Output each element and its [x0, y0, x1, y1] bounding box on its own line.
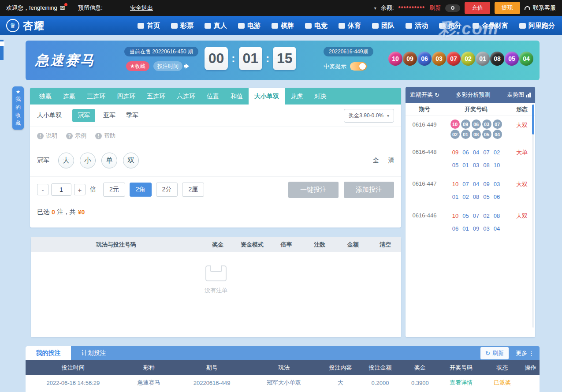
view-details-link[interactable]: 查看详情 [439, 379, 483, 387]
brand-name: 杏耀 [23, 19, 45, 33]
result-ball: 02 [461, 52, 475, 66]
customer-service-button[interactable]: 联系客服 [525, 4, 556, 12]
history-refresh-button[interactable]: ↻ 刷新 [480, 347, 509, 359]
win-tip: 中奖提示 [324, 62, 367, 71]
denom-2yuan[interactable]: 2元 [103, 183, 125, 197]
header-clear-all[interactable]: 清空 [370, 241, 401, 249]
tab-weizhi[interactable]: 位置 [201, 88, 225, 105]
welcome-text: 欢迎您，fengfeining [6, 4, 57, 12]
example-link[interactable]: ? 示例 [66, 132, 86, 140]
multiplier-plus-button[interactable]: + [74, 184, 86, 195]
chess-icon [272, 23, 278, 29]
result-ball: 05 [505, 52, 519, 66]
denom-2jiao[interactable]: 2角 [130, 183, 152, 197]
play-tabs: 独赢 连赢 三连环 四连环 五连环 六连环 位置 和值 大小单双 龙虎 对决 [30, 88, 401, 105]
bet-option-odd[interactable]: 单 [101, 153, 117, 168]
denom-2li[interactable]: 2厘 [182, 183, 204, 197]
bet-options-row: 冠军 大 小 单 双 全 清 [30, 145, 401, 176]
subtab-yajun[interactable]: 亚军 [103, 112, 115, 119]
tab-duying[interactable]: 独赢 [33, 88, 57, 105]
nav-item-lottery[interactable]: 彩票 [171, 22, 194, 30]
clear-link[interactable]: 清 [388, 157, 394, 164]
subtab-guanjun[interactable]: 冠军 [72, 109, 95, 122]
my-favorites-tab[interactable]: ★ 我 的 收 藏 [12, 86, 24, 130]
recent-scrollbar[interactable] [532, 105, 534, 328]
countdown-clock: 00 : 01 : 15 [205, 47, 296, 70]
odds-select[interactable]: 奖金3.90-0.0% ▾ [344, 109, 394, 123]
withdraw-button[interactable]: 提现 [495, 2, 520, 14]
bet-time-badge[interactable]: 投注时间 [153, 61, 182, 71]
denom-2fen[interactable]: 2分 [156, 183, 178, 197]
speaker-icon[interactable] [184, 63, 191, 69]
home-icon [138, 23, 144, 29]
instructions-link[interactable]: ! 说明 [37, 132, 57, 140]
multiplier-input[interactable] [51, 183, 71, 196]
quick-bet-button[interactable]: 一键投注 [288, 182, 339, 198]
main-nav: ♛ 杏耀 首页 彩票 真人 电游 棋牌 电竞 体育 团队 活动 跑分 金鼎财富 … [0, 16, 562, 35]
subtab-daxiaodanshuang[interactable]: 大小单双 [37, 112, 62, 119]
scrollbar-thumb[interactable] [532, 105, 534, 134]
tab-liulianhuan[interactable]: 六连环 [171, 88, 201, 105]
help-link[interactable]: ! 帮助 [95, 132, 115, 140]
win-tip-toggle[interactable] [350, 62, 367, 71]
mini-ball: 09 [461, 119, 470, 129]
tab-recent-draws[interactable]: 近期开奖 ↻ [410, 91, 439, 99]
nav-item-slots[interactable]: 电游 [238, 22, 261, 30]
multiplier-minus-button[interactable]: - [37, 184, 48, 195]
analysis-label: 多彩分析预测 [456, 91, 490, 99]
logout-link[interactable]: 安全退出 [130, 4, 153, 12]
nav-item-wealth[interactable]: 金鼎财富 [473, 22, 508, 30]
bet-row-label: 冠军 [37, 157, 58, 164]
nav-item-ali-paofen[interactable]: 阿里跑分 [519, 22, 555, 30]
select-all-link[interactable]: 全 [373, 157, 379, 164]
nav-item-home[interactable]: 首页 [138, 22, 160, 30]
nav-item-sports[interactable]: 体育 [339, 22, 361, 30]
tab-plan-bets[interactable]: 计划投注 [71, 346, 116, 360]
brand-logo-link[interactable]: ♛ 杏耀 [6, 19, 45, 33]
favorites-char: 我 [15, 96, 21, 103]
balance-visibility-toggle[interactable] [445, 4, 460, 12]
tab-daxiaodanshuang[interactable]: 大小单双 [249, 88, 285, 105]
nav-item-esports[interactable]: 电竞 [305, 22, 328, 30]
more-button[interactable]: 更多 ⋮ [516, 349, 534, 357]
mini-ball: 08 [472, 130, 481, 139]
tab-wulianhuan[interactable]: 五连环 [141, 88, 171, 105]
nav-item-chess[interactable]: 棋牌 [272, 22, 294, 30]
page: 欢迎您，fengfeining ✉ 预留信息: 安全退出 ▾ 余额: *****… [0, 0, 562, 392]
add-bet-button[interactable]: 添加投注 [344, 182, 394, 198]
draw-numbers: 10 09 06 03 07 02 01 08 05 04 [443, 119, 509, 140]
result-ball: 03 [432, 52, 446, 66]
balance-refresh-link[interactable]: 刷新 [429, 4, 441, 12]
mini-ball: 05 [482, 130, 491, 139]
refresh-icon[interactable]: ↻ [435, 92, 439, 98]
tab-lianying[interactable]: 连赢 [57, 88, 81, 105]
nav-item-live[interactable]: 真人 [205, 22, 227, 30]
bet-option-big[interactable]: 大 [58, 153, 74, 168]
recent-draws-panel: 近期开奖 ↻ 多彩分析预测 走势图 期号 开奖号码 形态 0616-449 10… [406, 87, 535, 337]
tab-silianhuan[interactable]: 四连环 [111, 88, 141, 105]
balance-caret-icon[interactable]: ▾ [374, 6, 376, 11]
nav-item-team[interactable]: 团队 [372, 22, 395, 30]
subtab-jijun[interactable]: 季军 [126, 112, 138, 119]
bet-option-even[interactable]: 双 [123, 153, 139, 168]
nav-item-paofen[interactable]: 跑分 [439, 22, 462, 30]
tab-duijue[interactable]: 对决 [309, 88, 332, 105]
tab-hezhi[interactable]: 和值 [225, 88, 249, 105]
favorite-badge-button[interactable]: ★收藏 [126, 61, 149, 71]
cell-amount: 0.2000 [360, 380, 401, 386]
tab-trend-chart[interactable]: 走势图 [507, 91, 531, 99]
selected-mid: 注，共 [57, 208, 76, 216]
nav-item-activity[interactable]: 活动 [406, 22, 428, 30]
tab-analysis-forecast[interactable]: 多彩分析预测 [456, 91, 490, 99]
bet-option-small[interactable]: 小 [80, 153, 96, 168]
table-row: 2022-06-16 14:56:29 急速赛马 20220616-449 冠军… [26, 375, 540, 390]
recharge-button[interactable]: 充值 [465, 2, 490, 14]
draw-shape: 大双 [509, 209, 535, 235]
tab-longhu[interactable]: 龙虎 [285, 88, 309, 105]
info-icon: ! [37, 133, 44, 139]
bet-slip-empty-state: 没有注单 [31, 252, 401, 295]
draw-issue: 0616-447 [406, 178, 443, 203]
tab-my-bets[interactable]: 我的投注 [26, 346, 71, 360]
mail-button[interactable]: ✉ [60, 4, 65, 11]
tab-sanlianhuan[interactable]: 三连环 [81, 88, 111, 105]
